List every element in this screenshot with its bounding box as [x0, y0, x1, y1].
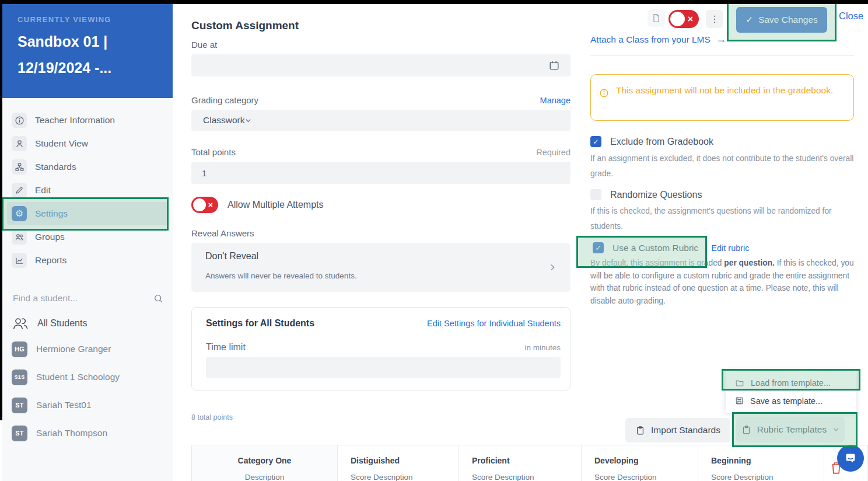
capture-border-left — [0, 0, 2, 420]
grading-category-select[interactable]: Classwork — [191, 110, 570, 131]
currently-viewing-label: CURRENTLY VIEWING — [18, 15, 159, 24]
rubric-level-name[interactable]: Developing — [594, 456, 698, 465]
search-icon — [153, 294, 163, 304]
due-at-input[interactable] — [191, 54, 570, 76]
student-row[interactable]: S1S Student 1 Schoology — [2, 363, 173, 391]
time-limit-input[interactable] — [206, 357, 561, 378]
warning-text: This assignment will not be included in … — [616, 83, 833, 98]
allow-multiple-attempts-toggle[interactable]: × — [191, 197, 218, 213]
rubric-column-category[interactable]: Category One Description — [192, 445, 338, 481]
student-name: Sariah Test01 — [36, 400, 92, 410]
hierarchy-icon — [12, 159, 27, 175]
attach-class-label: Attach a Class from your LMS — [590, 34, 710, 45]
rubric-desc-bold: per question. — [724, 259, 775, 267]
sidebar-item-standards[interactable]: Standards — [2, 155, 173, 179]
panel-divider — [590, 55, 854, 56]
rubric-column-distiguished[interactable]: Distiguished Score Description — [338, 445, 459, 481]
header-toggle[interactable]: × — [668, 10, 699, 28]
total-points-input[interactable]: 1 — [191, 162, 570, 184]
reveal-answers-option[interactable]: Don't Reveal Answers will never be revea… — [191, 243, 570, 292]
rubric-score-description[interactable]: Score Description — [711, 473, 824, 481]
sidebar-item-teacher-information[interactable]: Teacher Information — [2, 109, 173, 132]
randomize-questions-label: Randomize Questions — [610, 190, 702, 200]
rubric-templates-button[interactable]: Rubric Templates — [736, 417, 845, 442]
rubric-templates-label: Rubric Templates — [757, 424, 827, 435]
sidebar-item-label: Standards — [35, 162, 76, 172]
check-icon: ✓ — [746, 15, 753, 25]
sidebar-item-groups[interactable]: Groups — [2, 225, 173, 249]
rubric-level-name[interactable]: Distiguished — [351, 456, 459, 465]
sidebar-item-student-view[interactable]: Student View — [2, 132, 173, 155]
people-icon — [12, 229, 27, 245]
edit-individual-settings-link[interactable]: Edit Settings for Individual Students — [427, 319, 561, 328]
rubric-score-description[interactable]: Score Description — [594, 473, 698, 481]
clipboard-icon — [741, 425, 751, 435]
chevron-right-icon — [548, 263, 556, 271]
rubric-level-name[interactable]: Beginning — [711, 456, 824, 465]
rubric-table: Category One Description Distiguished Sc… — [191, 445, 868, 481]
load-from-template-item[interactable]: Load from template... — [726, 374, 856, 392]
due-at-label: Due at — [191, 40, 570, 50]
import-standards-label: Import Standards — [651, 425, 720, 435]
rubric-score-description[interactable]: Score Description — [472, 473, 581, 481]
kebab-menu-button[interactable]: ⋮ — [706, 10, 723, 28]
rubric-column-developing[interactable]: Developing Score Description — [582, 445, 698, 481]
document-icon-button[interactable] — [648, 9, 665, 27]
in-minutes-label: in minutes — [524, 343, 561, 352]
chat-fab-button[interactable] — [837, 445, 864, 472]
all-students-settings-card: Settings for All Students Edit Settings … — [191, 307, 570, 391]
total-points-label: Total points — [191, 147, 236, 157]
sidebar-item-edit[interactable]: Edit — [2, 179, 173, 202]
sidebar-item-label: Groups — [35, 232, 65, 242]
rubric-score-description[interactable]: Score Description — [351, 473, 459, 481]
allow-multiple-attempts-label: Allow Multiple Attempts — [228, 200, 324, 210]
student-row[interactable]: HG Hermione Granger — [2, 335, 173, 363]
all-students-item[interactable]: All Students — [2, 312, 173, 335]
reveal-option-title: Don't Reveal — [205, 251, 560, 262]
randomize-questions-checkbox[interactable] — [590, 189, 601, 200]
kebab-icon: ⋮ — [710, 13, 719, 25]
rubric-desc-prefix: By default, this assignment is graded — [590, 259, 724, 267]
manage-link[interactable]: Manage — [540, 96, 570, 105]
pencil-icon — [12, 183, 27, 198]
reveal-option-desc: Answers will never be revealed to studen… — [205, 271, 560, 280]
close-link[interactable]: Close — [839, 11, 863, 22]
sidebar-nav: Teacher Information Student View Standar… — [2, 109, 173, 272]
save-as-template-item[interactable]: Save as template... — [726, 392, 856, 410]
use-custom-rubric-label: Use a Custom Rubric — [612, 243, 698, 253]
student-row[interactable]: ST Sariah Thompson — [2, 419, 173, 447]
import-standards-button[interactable]: Import Standards — [625, 418, 730, 442]
save-changes-button[interactable]: ✓ Save Changes — [736, 7, 827, 33]
gradebook-panel: Attach a Class from your LMS → This assi… — [590, 4, 854, 307]
settings-form: Custom Assignment Due at Grading categor… — [191, 4, 570, 421]
load-from-template-label: Load from template... — [751, 378, 831, 388]
total-points-value: 1 — [202, 168, 206, 178]
sidebar-item-settings[interactable]: ⚙ Settings — [7, 202, 168, 225]
grading-category-value: Classwork — [203, 115, 244, 126]
toggle-knob — [670, 12, 685, 26]
chart-icon — [12, 253, 27, 268]
sidebar-item-reports[interactable]: Reports — [2, 249, 173, 272]
chevron-down-icon — [244, 117, 252, 124]
sidebar-item-label: Teacher Information — [35, 115, 115, 126]
edit-rubric-link[interactable]: Edit rubric — [711, 243, 749, 253]
exclude-from-gradebook-label: Exclude from Gradebook — [610, 137, 713, 147]
use-custom-rubric-checkbox[interactable]: ✓ — [593, 242, 604, 253]
student-search-input[interactable]: Find a student... — [13, 291, 163, 305]
sidebar: CURRENTLY VIEWING Sandbox 01 | 12/19/202… — [2, 4, 173, 481]
rubric-column-proficient[interactable]: Proficient Score Description — [459, 445, 582, 481]
chat-bubble-icon — [844, 451, 858, 465]
rubric-templates-menu: Load from template... Save as template..… — [726, 370, 856, 413]
rubric-level-name[interactable]: Proficient — [472, 456, 581, 465]
rubric-category-name[interactable]: Category One — [192, 456, 337, 465]
student-row[interactable]: ST Sariah Test01 — [2, 391, 173, 419]
info-icon — [599, 88, 609, 98]
file-icon — [651, 13, 662, 23]
rubric-column-beginning[interactable]: Beginning Score Description — [698, 445, 824, 481]
calendar-icon[interactable] — [548, 60, 560, 71]
exclude-from-gradebook-checkbox[interactable]: ✓ — [590, 136, 601, 147]
settings-card-title: Settings for All Students — [206, 318, 314, 329]
attach-class-link[interactable]: Attach a Class from your LMS → — [590, 33, 726, 46]
rubric-category-description[interactable]: Description — [192, 473, 337, 481]
sidebar-item-label: Student View — [35, 138, 88, 149]
